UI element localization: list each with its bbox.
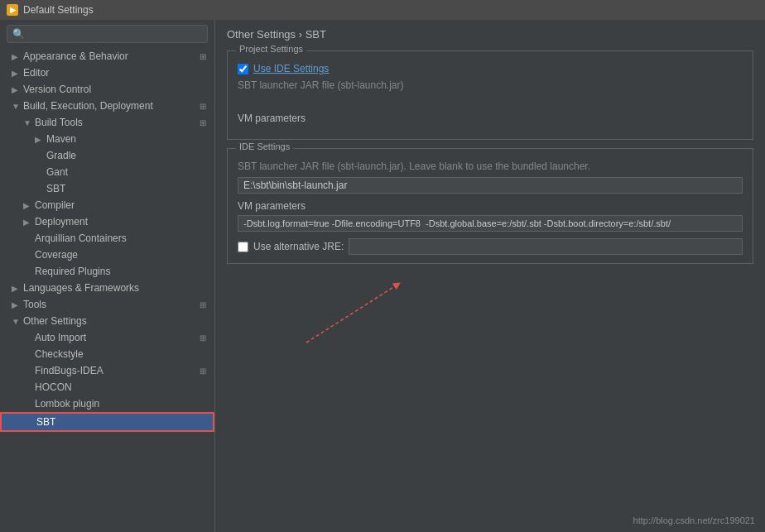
sidebar-item-languages[interactable]: ▶ Languages & Frameworks <box>0 280 214 296</box>
sidebar-item-build-tools[interactable]: ▼ Build Tools ⊞ <box>0 114 214 131</box>
sidebar-item-label: Build Tools <box>35 117 200 128</box>
watermark: http://blog.csdn.net/zrc199021 <box>633 515 755 525</box>
sidebar-item-label: Tools <box>23 299 200 310</box>
use-ide-settings-label[interactable]: Use IDE Settings <box>253 63 329 74</box>
settings-icon: ⊞ <box>200 52 211 61</box>
sidebar-item-editor[interactable]: ▶ Editor <box>0 65 214 81</box>
ide-vm-params-label: VM parameters <box>238 200 743 212</box>
sidebar-item-label: Auto Import <box>35 332 200 343</box>
arrow-icon: ▶ <box>12 85 23 94</box>
ide-launcher-desc: SBT launcher JAR file (sbt-launch.jar). … <box>238 161 743 172</box>
content-area: Other Settings › SBT Project Settings Us… <box>215 20 765 532</box>
ide-settings-section: IDE Settings SBT launcher JAR file (sbt-… <box>227 148 753 264</box>
svg-line-1 <box>306 285 397 343</box>
sidebar-item-coverage[interactable]: Coverage <box>0 247 214 263</box>
sidebar-item-label: Build, Execution, Deployment <box>23 100 200 112</box>
search-box[interactable]: 🔍 <box>7 25 208 43</box>
sidebar-item-label: Arquillian Containers <box>35 232 211 244</box>
arrow-icon: ▶ <box>12 69 23 78</box>
sidebar-item-label: Checkstyle <box>35 348 211 360</box>
sidebar-item-deployment[interactable]: ▶ Deployment <box>0 213 214 230</box>
sidebar-item-sbt-selected[interactable]: SBT <box>0 412 214 432</box>
vm-params-row: VM parameters <box>238 113 743 124</box>
sidebar-item-arquillian[interactable]: Arquillian Containers <box>0 230 214 247</box>
sidebar-item-required-plugins[interactable]: Required Plugins <box>0 263 214 280</box>
sidebar-item-lombok[interactable]: Lombok plugin <box>0 395 214 412</box>
sidebar-item-label: Deployment <box>35 216 211 228</box>
settings-icon: ⊞ <box>200 367 211 376</box>
ide-settings-body: SBT launcher JAR file (sbt-launch.jar). … <box>228 149 753 263</box>
settings-icon: ⊞ <box>200 102 211 111</box>
project-settings-title: Project Settings <box>236 44 306 54</box>
sidebar-item-label: Languages & Frameworks <box>23 282 211 294</box>
sidebar-item-label: Gradle <box>46 150 211 161</box>
alt-jre-checkbox[interactable] <box>238 242 248 252</box>
alt-jre-label: Use alternative JRE: <box>253 241 344 252</box>
sidebar-item-version-control[interactable]: ▶ Version Control <box>0 81 214 98</box>
sidebar-item-label: Appearance & Behavior <box>23 50 200 62</box>
sidebar-item-label: Version Control <box>23 84 211 95</box>
sidebar-item-label: SBT <box>46 183 211 194</box>
sidebar-item-label: FindBugs-IDEA <box>35 365 200 376</box>
arrow-icon: ▶ <box>12 52 23 61</box>
sidebar-item-label: Maven <box>46 133 211 145</box>
arrow-icon: ▶ <box>12 300 23 309</box>
sidebar-item-gradle[interactable]: Gradle <box>0 147 214 164</box>
app-icon: ▶ <box>7 4 18 16</box>
search-icon: 🔍 <box>12 28 25 40</box>
use-ide-settings-row: Use IDE Settings <box>238 63 743 74</box>
search-input[interactable] <box>28 28 202 40</box>
alt-jre-input[interactable] <box>349 238 743 255</box>
sidebar-item-label: Coverage <box>35 249 211 261</box>
sidebar-item-tools[interactable]: ▶ Tools ⊞ <box>0 296 214 313</box>
sidebar-item-maven[interactable]: ▶ Maven <box>0 131 214 147</box>
sidebar-item-compiler[interactable]: ▶ Compiler <box>0 197 214 213</box>
main-area: 🔍 ▶ Appearance & Behavior ⊞ ▶ Editor ▶ V… <box>0 20 765 532</box>
use-ide-settings-checkbox[interactable] <box>238 64 248 74</box>
sidebar-item-findbugs[interactable]: FindBugs-IDEA ⊞ <box>0 362 214 379</box>
launcher-spacer <box>238 96 743 113</box>
arrow-icon: ▼ <box>12 317 23 326</box>
ide-vm-params-input[interactable]: -Dsbt.log.format=true -Dfile.encoding=UT… <box>238 215 743 232</box>
ide-launcher-row: E:\sbt\bin\sbt-launch.jar <box>238 177 743 194</box>
sidebar-item-label: Compiler <box>35 199 211 211</box>
title-bar: ▶ Default Settings <box>0 0 765 20</box>
ide-settings-title: IDE Settings <box>236 141 293 151</box>
sidebar-item-other-settings[interactable]: ▼ Other Settings <box>0 313 214 329</box>
arrow-icon: ▶ <box>23 218 35 227</box>
alt-jre-row: Use alternative JRE: <box>238 238 743 255</box>
sidebar-item-checkstyle[interactable]: Checkstyle <box>0 346 214 362</box>
vm-params-label: VM parameters <box>238 113 306 124</box>
sidebar-item-label: Lombok plugin <box>35 398 211 410</box>
settings-icon: ⊞ <box>200 300 211 309</box>
sidebar-item-appearance[interactable]: ▶ Appearance & Behavior ⊞ <box>0 48 214 65</box>
arrow-icon: ▶ <box>23 201 35 210</box>
arrow-icon: ▼ <box>12 102 23 111</box>
sidebar-item-label: Other Settings <box>23 315 211 327</box>
settings-icon: ⊞ <box>200 333 211 343</box>
launcher-label: SBT launcher JAR file (sbt-launch.jar) <box>238 79 743 91</box>
ide-launcher-input[interactable]: E:\sbt\bin\sbt-launch.jar <box>238 177 743 194</box>
settings-icon: ⊞ <box>200 118 211 127</box>
sidebar-item-label: Editor <box>23 67 211 79</box>
sidebar-item-label: Required Plugins <box>35 266 211 277</box>
sidebar-item-build-exec[interactable]: ▼ Build, Execution, Deployment ⊞ <box>0 98 214 114</box>
sidebar-item-label: SBT <box>36 416 209 428</box>
sidebar-item-gant[interactable]: Gant <box>0 164 214 180</box>
sidebar: 🔍 ▶ Appearance & Behavior ⊞ ▶ Editor ▶ V… <box>0 20 215 532</box>
sidebar-item-auto-import[interactable]: Auto Import ⊞ <box>0 329 214 346</box>
sidebar-item-label: HOCON <box>35 381 211 393</box>
sidebar-item-hocon[interactable]: HOCON <box>0 379 214 395</box>
project-settings-section: Project Settings Use IDE Settings SBT la… <box>227 50 753 140</box>
sidebar-item-sbt-build[interactable]: SBT <box>0 180 214 197</box>
ide-vm-params-row: -Dsbt.log.format=true -Dfile.encoding=UT… <box>238 215 743 232</box>
arrow-icon: ▶ <box>35 135 46 144</box>
breadcrumb: Other Settings › SBT <box>227 28 753 41</box>
arrow-icon: ▶ <box>12 284 23 293</box>
sidebar-item-label: Gant <box>46 166 211 178</box>
arrow-icon: ▼ <box>23 118 35 127</box>
window-title: Default Settings <box>23 4 94 16</box>
project-settings-body: Use IDE Settings SBT launcher JAR file (… <box>228 51 753 139</box>
